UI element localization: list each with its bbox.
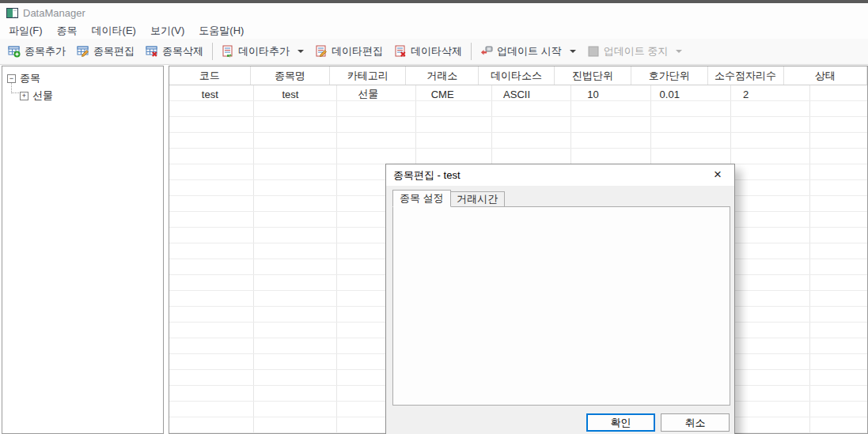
- col-header-name[interactable]: 종목명: [251, 66, 331, 85]
- data-edit-icon: [315, 45, 328, 58]
- toolbar-separator: [471, 43, 472, 60]
- menu-data[interactable]: 데이타(E): [85, 22, 143, 40]
- add-data-dropdown-arrow[interactable]: [298, 50, 304, 53]
- tree-collapse-icon[interactable]: −: [7, 74, 16, 83]
- add-symbol-label: 종목추가: [25, 44, 66, 58]
- update-stop-label: 업데이트 중지: [604, 44, 669, 58]
- cancel-button[interactable]: 취소: [661, 413, 730, 432]
- tree-node-futures-label[interactable]: 선물: [32, 89, 53, 103]
- ok-button-label: 확인: [611, 416, 631, 430]
- data-delete-icon: [394, 45, 407, 58]
- dialog-title: 종목편집 - test: [393, 168, 461, 183]
- cell-name[interactable]: test: [251, 86, 331, 102]
- edit-symbol-label: 종목편집: [93, 44, 135, 58]
- table-row[interactable]: test test 선물 CME ASCII 10 0.01 2: [169, 86, 867, 102]
- cell-datasource[interactable]: ASCII: [479, 86, 555, 102]
- toolbar-separator: [212, 43, 213, 60]
- tree-node-symbols[interactable]: − 종목: [7, 71, 40, 85]
- update-start-button[interactable]: 업데이트 시작: [475, 41, 582, 62]
- col-header-datasource[interactable]: 데이타소스: [479, 66, 555, 85]
- toolbar: 종목추가 종목편집 종목삭제: [0, 39, 868, 65]
- update-stop-dropdown-arrow: [676, 50, 682, 53]
- delete-data-label: 데이타삭제: [411, 44, 462, 58]
- table-edit-icon: [77, 45, 89, 58]
- cell-status[interactable]: [784, 86, 867, 102]
- menu-view[interactable]: 보기(V): [143, 22, 191, 40]
- table-add-icon: [8, 45, 21, 58]
- tree-node-symbols-label[interactable]: 종목: [20, 71, 40, 85]
- datamanager-window: DataManager 파일(F) 종목 데이타(E) 보기(V) 도움말(H)…: [0, 0, 868, 434]
- titlebar: DataManager: [0, 3, 868, 22]
- cell-radix[interactable]: 10: [555, 86, 631, 102]
- tab-page-symbol-settings: [392, 206, 730, 406]
- tab-trading-hours[interactable]: 거래시간: [450, 191, 505, 207]
- menubar: 파일(F) 종목 데이타(E) 보기(V) 도움말(H): [0, 22, 868, 39]
- col-header-status[interactable]: 상태: [784, 66, 867, 85]
- cell-decimals[interactable]: 2: [708, 86, 784, 102]
- edit-data-label: 데이타편집: [332, 44, 383, 58]
- close-icon[interactable]: ×: [704, 164, 731, 185]
- menu-file[interactable]: 파일(F): [2, 22, 50, 40]
- col-header-code[interactable]: 코드: [169, 66, 251, 85]
- add-data-button[interactable]: 데이타추가: [216, 41, 309, 62]
- tree-expand-icon[interactable]: +: [20, 92, 28, 100]
- grid-header-row: 코드 종목명 카테고리 거래소 데이타소스 진법단위 호가단위 소수점자리수 상…: [169, 66, 867, 85]
- edit-symbol-button[interactable]: 종목편집: [71, 41, 140, 62]
- update-start-dropdown-arrow[interactable]: [570, 50, 576, 53]
- window-title: DataManager: [23, 7, 85, 19]
- add-data-label: 데이타추가: [238, 44, 290, 58]
- col-header-exchange[interactable]: 거래소: [406, 66, 479, 85]
- tab-symbol-settings-label: 종목 설정: [400, 191, 444, 206]
- delete-symbol-label: 종목삭제: [162, 44, 203, 58]
- menu-symbol[interactable]: 종목: [50, 22, 85, 40]
- update-stop-icon: [587, 45, 600, 58]
- delete-data-button[interactable]: 데이타삭제: [389, 41, 468, 62]
- symbol-edit-dialog: 종목편집 - test × 종목 설정 거래시간 기본정보 종목코드 종목명 t…: [385, 164, 735, 434]
- table-delete-icon: [146, 45, 158, 58]
- edit-data-button[interactable]: 데이타편집: [309, 41, 389, 62]
- col-header-tick[interactable]: 호가단위: [631, 66, 708, 85]
- col-header-radix[interactable]: 진법단위: [555, 66, 631, 85]
- cell-exchange[interactable]: CME: [406, 86, 479, 102]
- tab-symbol-settings[interactable]: 종목 설정: [392, 190, 451, 207]
- cancel-button-label: 취소: [685, 416, 706, 430]
- data-add-icon: [222, 45, 234, 58]
- cell-code[interactable]: test: [169, 86, 251, 102]
- menu-help[interactable]: 도움말(H): [191, 22, 251, 40]
- cell-category[interactable]: 선물: [330, 86, 406, 102]
- ok-button[interactable]: 확인: [586, 413, 655, 432]
- app-icon: [6, 8, 18, 18]
- symbol-tree-panel: − 종목 + 선물: [2, 66, 164, 434]
- tree-node-futures[interactable]: + 선물: [20, 89, 53, 103]
- cell-tick[interactable]: 0.01: [631, 86, 708, 102]
- col-header-decimals[interactable]: 소수점자리수: [708, 66, 784, 85]
- delete-symbol-button[interactable]: 종목삭제: [140, 41, 209, 62]
- update-start-label: 업데이트 시작: [497, 44, 562, 58]
- dialog-titlebar[interactable]: 종목편집 - test ×: [386, 164, 734, 186]
- col-header-category[interactable]: 카테고리: [330, 66, 406, 85]
- add-symbol-button[interactable]: 종목추가: [2, 41, 71, 62]
- update-stop-button: 업데이트 중지: [582, 41, 688, 62]
- tab-trading-hours-label: 거래시간: [457, 192, 498, 206]
- update-start-icon: [480, 45, 493, 58]
